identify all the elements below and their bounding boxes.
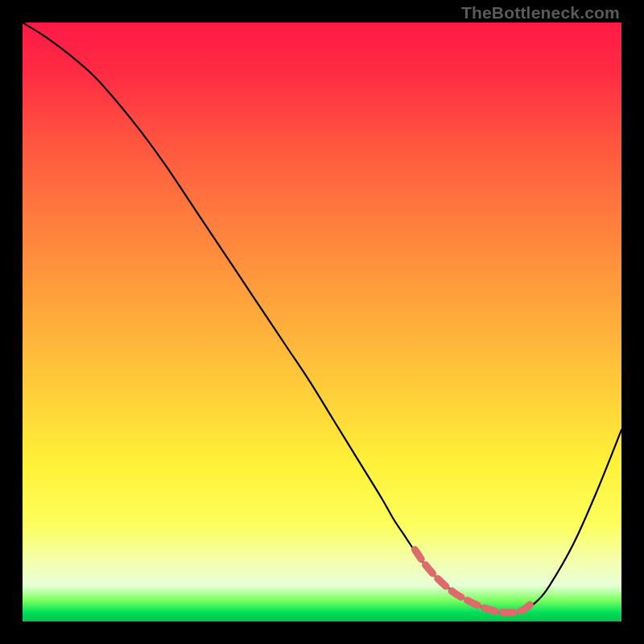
chart-svg (23, 23, 621, 621)
bottleneck-curve (23, 23, 621, 613)
watermark-text: TheBottleneck.com (461, 3, 620, 23)
optimal-range-marker (415, 550, 531, 613)
chart-frame (23, 23, 621, 621)
